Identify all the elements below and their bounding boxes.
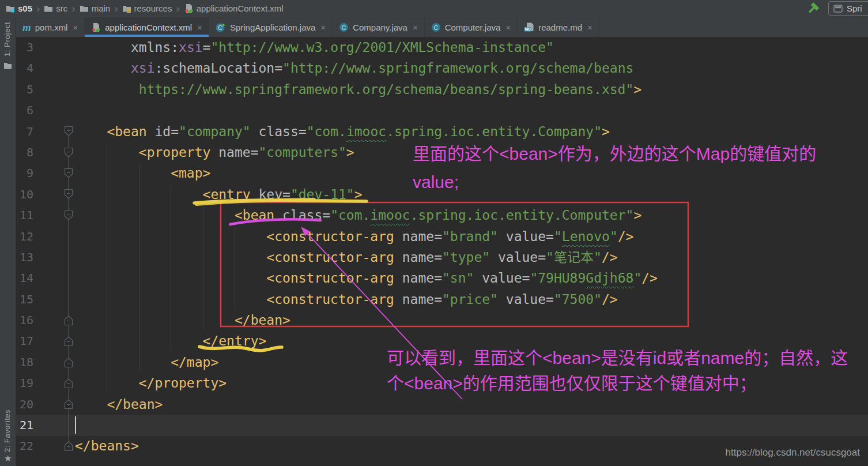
fold-marker-down-icon[interactable] [64,189,73,200]
code-text[interactable]: </property> [75,373,227,393]
breadcrumb-separator-icon: › [71,3,75,14]
editor-line-15: 15 <constructor-arg name="price" value="… [16,289,868,310]
tab-Company.java[interactable]: CCompany.java× [333,17,425,37]
fold-marker-up-icon[interactable] [64,315,73,326]
code-text[interactable]: xsi:schemaLocation="http://www.springfra… [75,58,633,78]
tab-SpringApplication.java[interactable]: CSpringApplication.java× [209,17,333,37]
svg-text:C: C [342,24,346,31]
code-text[interactable]: </bean> [75,310,290,330]
editor-line-10: 10 <entry key="dev-11"> [16,184,868,205]
close-tab-icon[interactable]: × [587,22,592,32]
line-number: 14 [16,268,33,288]
tab-applicationContext.xml[interactable]: applicationContext.xml× [85,17,209,37]
tab-label: Computer.java [445,22,501,32]
tab-label: applicationContext.xml [105,22,192,32]
code-text[interactable]: </map> [75,352,218,373]
blog-watermark: https://blog.csdn.net/csucsgoat [726,447,860,459]
gutter-fold-column [33,435,75,456]
code-text[interactable]: <constructor-arg name="price" value="750… [75,289,618,310]
run-configuration-select[interactable]: Spri [828,1,868,16]
code-text[interactable]: <bean class="com.imooc.spring.ioc.entity… [75,205,641,226]
spring-config-file-icon [184,3,194,13]
favorites-star-icon[interactable]: ★ [4,453,12,464]
line-number: 15 [16,289,33,310]
fold-marker-up-icon[interactable] [64,441,73,452]
fold-marker-up-icon[interactable] [64,336,73,347]
ide-window: s05›src›main›resources›applicationContex… [0,0,868,466]
runnable-class-icon: C [216,22,226,32]
code-text[interactable]: <map> [75,163,210,183]
breadcrumb-label: resources [134,3,172,13]
resources-folder-icon [122,5,131,13]
tab-Computer.java[interactable]: CComputer.java× [425,17,518,37]
breadcrumb: s05›src›main›resources›applicationContex… [6,3,284,14]
code-text[interactable]: <entry key="dev-11"> [75,184,363,205]
editor-line-18: 18 </map> [16,352,868,373]
breadcrumb-item-applicationContext.xml[interactable]: applicationContext.xml [184,3,284,13]
fold-marker-up-icon[interactable] [64,357,73,368]
editor-area[interactable]: 3 xmlns:xsi="http://www.w3.org/2001/XMLS… [16,37,868,466]
java-class-icon: C [431,22,441,32]
svg-text:MD: MD [525,27,531,31]
breadcrumb-separator-icon: › [176,3,179,14]
gutter-fold-column [33,415,75,435]
breadcrumb-item-s05[interactable]: s05 [6,3,32,13]
code-text[interactable]: <constructor-arg name="brand" value="Len… [75,226,633,247]
gutter-fold-column [33,142,75,163]
gutter-fold-column [33,373,75,393]
fold-marker-down-icon[interactable] [64,210,73,221]
code-text[interactable]: <constructor-arg name="type" value="笔记本"… [75,247,617,268]
tab-pom.xml[interactable]: mpom.xml× [16,17,85,37]
code-text[interactable]: </bean> [75,394,163,415]
line-number: 7 [16,121,33,142]
breadcrumb-item-src[interactable]: src [44,3,67,13]
tab-readme.md[interactable]: MDreadme.md× [518,17,599,37]
code-text[interactable]: xmlns:xsi="http://www.w3.org/2001/XMLSch… [75,37,554,58]
editor-line-21: 21 [16,415,868,435]
breadcrumb-label: main [92,3,111,13]
fold-marker-down-icon[interactable] [64,126,73,137]
gutter-fold-column [33,184,75,205]
close-tab-icon[interactable]: × [197,22,202,32]
editor-line-7: 7 <bean id="company" class="com.imooc.sp… [16,121,868,142]
line-number: 18 [16,352,33,373]
line-number: 22 [16,435,33,456]
sidebar-item-project[interactable]: 1: Project [3,22,12,57]
breadcrumb-item-resources[interactable]: resources [122,3,172,13]
code-text[interactable]: <property name="computers"> [75,142,354,163]
gutter-fold-column [33,79,75,100]
run-configuration-label: Spri [847,3,862,13]
line-number: 12 [16,226,33,247]
breadcrumb-bar: s05›src›main›resources›applicationContex… [0,0,868,17]
code-text[interactable]: </beans> [75,435,139,456]
build-hammer-icon[interactable] [806,1,821,18]
line-number: 13 [16,247,33,268]
code-text[interactable]: https://www.springframework.org/schema/b… [75,79,641,100]
close-tab-icon[interactable]: × [320,22,326,32]
code-text[interactable]: <bean id="company" class="com.imooc.spri… [75,121,610,142]
sidebar-item-favorites[interactable]: 2: Favorites [3,409,12,452]
breadcrumb-item-main[interactable]: main [80,3,111,13]
line-number: 6 [16,100,33,121]
close-tab-icon[interactable]: × [73,22,78,32]
close-tab-icon[interactable]: × [413,22,418,32]
line-number: 5 [16,79,33,100]
editor-tab-bar: mpom.xml×applicationContext.xml×CSpringA… [16,17,868,37]
editor-line-9: 9 <map> [16,163,868,183]
java-class-icon: C [339,22,349,32]
fold-marker-down-icon[interactable] [64,147,73,158]
fold-marker-down-icon[interactable] [64,168,73,179]
editor-line-5: 5 https://www.springframework.org/schema… [16,79,868,100]
code-rows: 3 xmlns:xsi="http://www.w3.org/2001/XMLS… [16,37,868,457]
line-number: 11 [16,205,33,226]
folder-icon [44,5,53,12]
fold-marker-up-icon[interactable] [64,378,73,389]
project-folder-icon[interactable] [3,61,12,72]
close-tab-icon[interactable]: × [505,22,511,32]
code-text[interactable]: <constructor-arg name="sn" value="79HU89… [75,268,658,288]
gutter-fold-column [33,289,75,310]
fold-marker-up-icon[interactable] [64,399,73,409]
code-text[interactable]: </entry> [75,330,266,351]
breadcrumb-separator-icon: › [36,3,40,14]
gutter-fold-column [33,394,75,415]
